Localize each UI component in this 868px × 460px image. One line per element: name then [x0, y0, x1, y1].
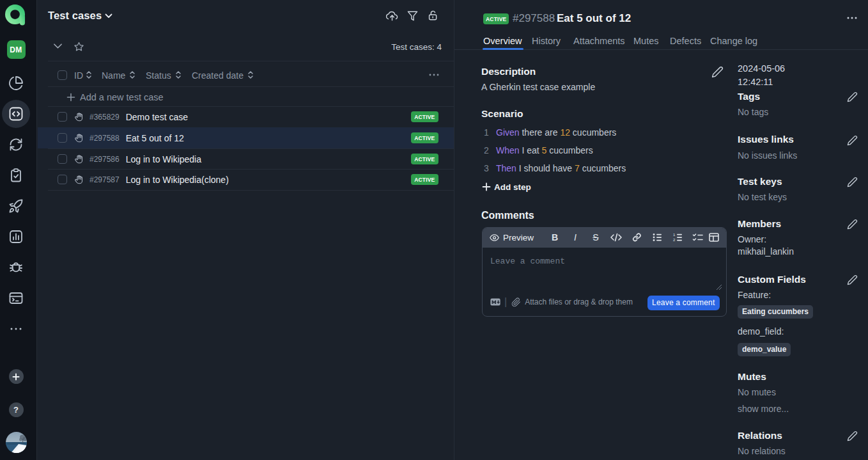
svg-text:2: 2 [673, 238, 676, 242]
svg-text:1: 1 [673, 233, 676, 237]
